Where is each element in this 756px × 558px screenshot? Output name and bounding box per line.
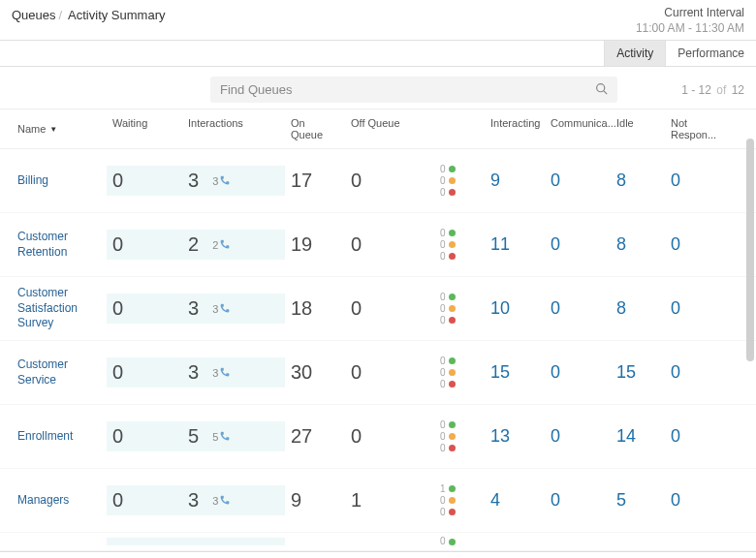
on-queue-cell: 30 <box>285 357 345 388</box>
interactions-mini: 3 <box>212 495 230 507</box>
communicating-cell: 0 <box>545 294 611 323</box>
queue-name-cell: Billing <box>0 170 107 193</box>
table-body: Billing033 1700009080Customer Retention0… <box>0 149 756 551</box>
off-queue-cell: 0 <box>345 166 434 196</box>
not-responding-cell: 0 <box>665 422 735 450</box>
on-queue-cell: 17 <box>285 166 345 196</box>
queue-link[interactable]: Customer Service <box>17 357 101 388</box>
search-input[interactable] <box>210 77 617 103</box>
queue-link[interactable]: Billing <box>17 173 48 189</box>
phone-icon <box>220 239 230 251</box>
pagination-footer: Page of 1 1 - 12 of 12 <box>0 552 756 558</box>
col-idle[interactable]: Idle <box>611 115 665 142</box>
communicating-cell: 0 <box>545 167 611 195</box>
not-responding-cell: 0 <box>665 231 735 259</box>
not-responding-cell: 0 <box>665 358 735 387</box>
waiting-cell: 0 <box>107 357 182 388</box>
on-queue-cell: 19 <box>285 230 345 260</box>
status-dot-green <box>449 421 456 428</box>
phone-icon <box>220 431 230 443</box>
idle-cell: 14 <box>611 422 665 450</box>
queue-link[interactable]: Customer Satisfaction Survey <box>17 286 101 331</box>
breadcrumb: Queues/ Activity Summary <box>12 8 165 22</box>
sort-desc-icon: ▼ <box>49 125 57 134</box>
queue-name-cell: Customer Satisfaction Survey <box>0 282 107 335</box>
on-queue-cell: 27 <box>285 421 345 451</box>
status-cell: 000 <box>434 289 485 329</box>
table-row-partial: 0 <box>0 533 756 551</box>
table-row: Customer Retention022 19000011080 <box>0 213 756 277</box>
table-row: Customer Service033 300000150150 <box>0 341 756 405</box>
tab-performance[interactable]: Performance <box>665 41 756 66</box>
status-cell: 000 <box>434 417 485 457</box>
status-cell: 100 <box>434 480 485 521</box>
not-responding-cell: 0 <box>665 167 735 195</box>
interactions-cell: 33 <box>182 166 285 196</box>
idle-cell: 8 <box>611 167 665 195</box>
idle-cell: 8 <box>611 294 665 323</box>
idle-cell: 5 <box>611 486 665 514</box>
queue-link[interactable]: Managers <box>17 493 69 509</box>
status-dot-red <box>449 189 456 196</box>
col-off-queue[interactable]: Off Queue <box>345 115 434 142</box>
status-dot-green <box>449 485 456 492</box>
interacting-cell: 15 <box>485 358 545 387</box>
queue-name-cell: Customer Retention <box>0 226 107 264</box>
on-queue-cell: 18 <box>285 294 345 324</box>
table-row: Enrollment055 270000130140 <box>0 405 756 469</box>
interactions-cell: 33 <box>182 294 285 324</box>
not-responding-cell: 0 <box>665 294 735 323</box>
status-dot-yellow <box>449 177 456 184</box>
col-communicating[interactable]: Communica... <box>545 115 611 142</box>
status-dot-green <box>449 230 456 236</box>
col-status <box>434 115 485 142</box>
waiting-cell: 0 <box>107 230 182 260</box>
off-queue-cell: 0 <box>345 421 434 451</box>
off-queue-cell: 0 <box>345 230 434 260</box>
status-dot-red <box>449 445 456 451</box>
col-name[interactable]: Name ▼ <box>0 115 107 142</box>
col-on-queue[interactable]: On Queue <box>285 115 345 142</box>
table-row: Billing033 1700009080 <box>0 149 756 213</box>
status-dot-yellow <box>449 497 456 504</box>
current-interval: Current Interval 11:00 AM - 11:30 AM <box>636 6 744 36</box>
status-cell: 000 <box>434 353 485 393</box>
status-dot-yellow <box>449 369 456 376</box>
off-queue-cell: 1 <box>345 485 434 515</box>
col-interacting[interactable]: Interacting <box>485 115 545 142</box>
status-dot-red <box>449 509 456 515</box>
waiting-cell: 0 <box>107 294 182 324</box>
communicating-cell: 0 <box>545 422 611 450</box>
table-row: Customer Satisfaction Survey033 18000010… <box>0 277 756 341</box>
queue-link[interactable]: Enrollment <box>17 429 73 445</box>
phone-icon <box>220 175 230 187</box>
col-waiting[interactable]: Waiting <box>107 115 182 142</box>
interactions-cell: 33 <box>182 357 285 388</box>
table-header: Name ▼ Waiting Interactions On Queue Off… <box>0 109 756 149</box>
tab-activity[interactable]: Activity <box>604 41 665 66</box>
interacting-cell: 10 <box>485 294 545 323</box>
on-queue-cell: 9 <box>285 485 345 515</box>
queue-link[interactable]: Customer Retention <box>17 230 101 260</box>
breadcrumb-current: Activity Summary <box>68 8 165 22</box>
breadcrumb-root[interactable]: Queues <box>12 8 56 22</box>
interactions-mini: 3 <box>212 175 230 187</box>
status-cell: 000 <box>434 225 485 265</box>
svg-point-0 <box>597 83 605 91</box>
off-queue-cell: 0 <box>345 294 434 324</box>
waiting-cell: 0 <box>107 485 182 515</box>
breadcrumb-sep: / <box>59 8 63 22</box>
vertical-scrollbar[interactable] <box>746 139 754 361</box>
interactions-mini: 5 <box>212 431 230 443</box>
search-icon[interactable] <box>595 82 608 98</box>
interval-label: Current Interval <box>636 6 744 21</box>
phone-icon <box>220 367 230 379</box>
interacting-cell: 4 <box>485 486 545 514</box>
interactions-mini: 3 <box>212 303 230 315</box>
phone-icon <box>220 495 230 507</box>
col-not-responding[interactable]: Not Respon... <box>665 115 735 142</box>
interacting-cell: 11 <box>485 231 545 259</box>
status-dot-yellow <box>449 241 456 248</box>
view-tabs: Activity Performance <box>0 41 756 67</box>
col-interactions[interactable]: Interactions <box>182 115 285 142</box>
